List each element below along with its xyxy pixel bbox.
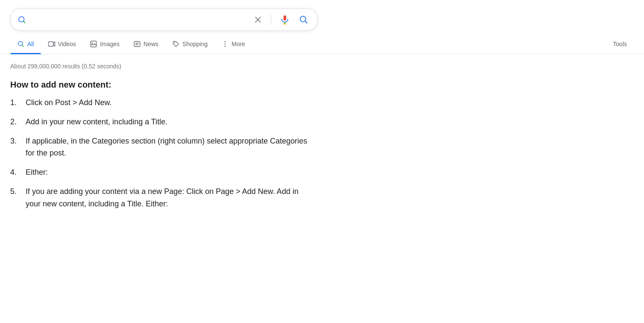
svg-line-1 [23, 21, 25, 23]
list-item: 3. If applicable, in the Categories sect… [10, 135, 314, 160]
search-input[interactable]: how to add content to wordpress [31, 15, 247, 24]
list-item-num: 1. [10, 97, 22, 109]
list-item-text: Click on Post > Add New. [26, 97, 314, 109]
tab-more[interactable]: More [214, 34, 252, 54]
list-item-text: Add in your new content, including a Tit… [26, 116, 314, 128]
svg-rect-11 [48, 42, 53, 47]
list-item-num: 3. [10, 135, 22, 160]
tab-news-label: News [143, 41, 158, 47]
list-item-num: 5. [10, 185, 22, 210]
search-submit-button[interactable] [297, 13, 310, 26]
tab-all-label: All [27, 41, 34, 47]
svg-point-22 [225, 46, 226, 47]
shopping-icon [172, 40, 180, 48]
tab-shopping[interactable]: Shopping [165, 34, 214, 54]
tab-videos-label: Videos [58, 41, 76, 47]
list-item-text: If you are adding your content via a new… [26, 185, 314, 210]
tab-videos[interactable]: Videos [41, 34, 83, 54]
list-item-num: 4. [10, 166, 22, 179]
list-item-text: If applicable, in the Categories section… [26, 135, 314, 160]
news-icon [133, 40, 141, 48]
svg-point-21 [225, 44, 226, 45]
snippet-list: 1. Click on Post > Add New. 2. Add in yo… [10, 97, 314, 210]
results-stats: About 299,000,000 results (0.52 seconds) [10, 63, 314, 70]
tab-news[interactable]: News [126, 34, 165, 54]
divider [271, 15, 271, 25]
snippet-heading: How to add new content: [10, 80, 314, 90]
more-icon [221, 40, 229, 48]
svg-point-14 [92, 42, 93, 43]
clear-button[interactable] [252, 14, 264, 26]
list-item: 4. Either: [10, 166, 314, 179]
video-icon [48, 40, 56, 48]
list-item: 2. Add in your new content, including a … [10, 116, 314, 128]
tab-images[interactable]: Images [83, 34, 126, 54]
search-icon [17, 40, 25, 48]
svg-point-19 [174, 42, 175, 43]
mic-button[interactable] [278, 13, 292, 26]
svg-line-8 [305, 21, 307, 23]
tab-images-label: Images [100, 41, 120, 47]
svg-rect-13 [91, 41, 97, 47]
list-item: 1. Click on Post > Add New. [10, 97, 314, 109]
list-item-num: 2. [10, 116, 22, 128]
tab-all[interactable]: All [10, 34, 41, 54]
tab-more-label: More [231, 41, 245, 47]
list-item: 5. If you are adding your content via a … [10, 185, 314, 210]
list-item-text: Either: [26, 166, 314, 179]
nav-tabs: All Videos Images [0, 34, 644, 54]
tools-button[interactable]: Tools [606, 35, 634, 53]
results-area: About 299,000,000 results (0.52 seconds)… [0, 54, 325, 226]
image-icon [90, 40, 97, 48]
svg-rect-4 [284, 15, 286, 21]
svg-point-20 [225, 41, 226, 42]
search-bar-icon [18, 15, 26, 24]
header: how to add content to wordpress [0, 0, 644, 31]
tab-shopping-label: Shopping [182, 41, 208, 47]
featured-snippet: How to add new content: 1. Click on Post… [10, 80, 314, 210]
svg-line-10 [22, 45, 23, 47]
search-bar: how to add content to wordpress [10, 9, 318, 31]
